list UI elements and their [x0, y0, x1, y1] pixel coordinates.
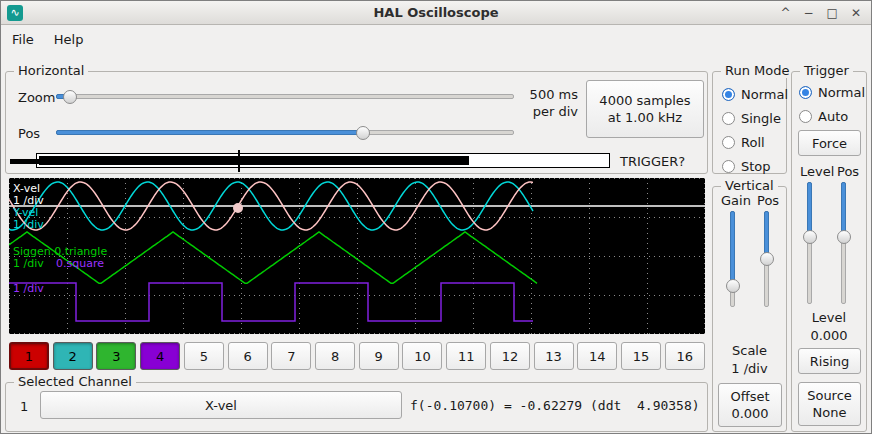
run-mode-option-normal[interactable]: Normal	[722, 87, 788, 102]
run-mode-radio-label-single: Single	[741, 111, 781, 126]
run-mode-option-single[interactable]: Single	[722, 111, 788, 126]
channel-button-14[interactable]: 14	[577, 342, 617, 370]
channel-button-10[interactable]: 10	[402, 342, 442, 370]
zoom-label: Zoom	[18, 90, 55, 105]
trigger-point-marker[interactable]	[233, 203, 243, 213]
menubar: File Help	[3, 27, 92, 51]
edge-button[interactable]: Rising	[798, 348, 861, 374]
channel-button-8[interactable]: 8	[315, 342, 355, 370]
trigger-mode-radio-label-auto: Auto	[818, 109, 848, 124]
scope-canvas	[9, 178, 705, 334]
channel-button-13[interactable]: 13	[534, 342, 574, 370]
selected-channel-number: 1	[20, 399, 28, 414]
trigger-level-handle[interactable]	[803, 230, 817, 244]
vertical-gain-slider[interactable]	[724, 211, 742, 307]
pos-slider-handle[interactable]	[356, 126, 370, 140]
trigger-level-fill	[807, 182, 812, 237]
run-mode-group-label: Run Mode	[721, 63, 793, 78]
run-mode-radio-single[interactable]	[722, 112, 735, 125]
channel-button-1[interactable]: 1	[9, 342, 49, 370]
channel-button-5[interactable]: 5	[184, 342, 224, 370]
menu-help[interactable]: Help	[45, 29, 93, 50]
trigger-mode-radio-normal[interactable]	[799, 86, 812, 99]
trigger-pos-label: Pos	[837, 164, 859, 179]
edge-button-label: Rising	[810, 353, 850, 370]
vertical-pos-handle[interactable]	[760, 252, 774, 266]
zoom-slider-handle[interactable]	[63, 90, 77, 104]
force-button[interactable]: Force	[798, 130, 861, 156]
menu-file[interactable]: File	[3, 29, 43, 50]
samples-count: 4000 samples	[599, 92, 690, 109]
trigger-mode-options: NormalAuto	[799, 85, 865, 124]
vertical-pos-label: Pos	[757, 193, 779, 208]
scale-label: Scale	[713, 343, 786, 358]
trigger-status-label: TRIGGER?	[620, 154, 685, 169]
selected-channel-group: Selected Channel 1 X-vel f(-0.10700) = -…	[5, 382, 708, 432]
trigger-level-slider[interactable]	[801, 182, 819, 304]
trigger-level-readout-label: Level	[792, 310, 866, 325]
channel-button-row: 12345678910111213141516	[9, 342, 705, 370]
channel-button-3[interactable]: 3	[96, 342, 136, 370]
trigger-pos-slider[interactable]	[835, 182, 853, 304]
trigger-level-readout-value: 0.000	[792, 328, 866, 343]
offset-button[interactable]: Offset 0.000	[718, 383, 782, 427]
window-shade-button[interactable]: ^	[780, 6, 790, 20]
selected-channel-group-label: Selected Channel	[14, 374, 136, 389]
run-mode-options: NormalSingleRollStop	[722, 87, 788, 174]
scope-channel-label-5: 1 /div	[13, 257, 44, 270]
vertical-gain-handle[interactable]	[726, 279, 740, 293]
source-button-label: Source	[807, 387, 852, 404]
channel-button-6[interactable]: 6	[228, 342, 268, 370]
run-mode-option-roll[interactable]: Roll	[722, 135, 788, 150]
channel-button-7[interactable]: 7	[271, 342, 311, 370]
record-pre-trigger-bar	[10, 159, 240, 164]
channel-value-readout: f(-0.10700) = -0.62279 (ddt 4.90358)	[410, 398, 700, 413]
window-maximize-button[interactable]: □	[827, 6, 838, 20]
run-mode-radio-normal[interactable]	[722, 88, 735, 101]
channel-button-9[interactable]: 9	[359, 342, 399, 370]
trigger-pos-handle[interactable]	[837, 230, 851, 244]
force-button-label: Force	[812, 135, 847, 152]
scale-value: 1 /div	[713, 361, 786, 376]
run-mode-option-stop[interactable]: Stop	[722, 159, 788, 174]
window-close-button[interactable]: ✕	[851, 6, 861, 20]
trigger-mode-radio-label-normal: Normal	[818, 85, 865, 100]
source-button-value: None	[813, 404, 847, 421]
channel-button-2[interactable]: 2	[53, 342, 93, 370]
channel-button-4[interactable]: 4	[140, 342, 180, 370]
run-mode-radio-stop[interactable]	[722, 160, 735, 173]
pos-slider-fill	[56, 130, 363, 135]
samples-rate: at 1.00 kHz	[608, 109, 682, 126]
channel-button-16[interactable]: 16	[665, 342, 705, 370]
trigger-mode-option-auto[interactable]: Auto	[799, 109, 865, 124]
samples-button[interactable]: 4000 samples at 1.00 kHz	[586, 80, 704, 138]
trigger-mode-option-normal[interactable]: Normal	[799, 85, 865, 100]
scope-channel-label-7: 1 /div	[13, 282, 44, 295]
channel-button-15[interactable]: 15	[621, 342, 661, 370]
vertical-group-label: Vertical	[721, 178, 778, 193]
source-button[interactable]: Source None	[798, 382, 861, 426]
channel-button-11[interactable]: 11	[446, 342, 486, 370]
window-minimize-button[interactable]: −	[804, 6, 814, 20]
zoom-slider-track[interactable]	[56, 94, 514, 99]
run-mode-radio-label-stop: Stop	[741, 159, 771, 174]
trigger-position-marker	[238, 150, 240, 172]
run-mode-radio-label-normal: Normal	[741, 87, 788, 102]
run-mode-radio-roll[interactable]	[722, 136, 735, 149]
pos-label: Pos	[18, 126, 40, 141]
trigger-pos-fill	[841, 182, 846, 237]
run-mode-group: Run Mode NormalSingleRollStop	[712, 71, 787, 174]
channel-name-button[interactable]: X-vel	[40, 391, 402, 419]
zoom-slider[interactable]	[56, 88, 514, 106]
per-div-readout: 500 ms per div	[514, 86, 578, 120]
trigger-level-label: Level	[800, 164, 834, 179]
horizontal-group: Horizontal Zoom 500 ms per div 4000 samp…	[5, 71, 708, 174]
trigger-mode-radio-auto[interactable]	[799, 110, 812, 123]
pos-slider[interactable]	[56, 124, 514, 142]
channel-button-12[interactable]: 12	[490, 342, 530, 370]
window-title: HAL Oscilloscope	[1, 5, 871, 20]
trace-Siggen-0-square	[9, 283, 533, 321]
per-div-caption: per div	[514, 103, 578, 120]
channel-name-label: X-vel	[205, 397, 237, 414]
vertical-pos-slider[interactable]	[758, 211, 776, 307]
